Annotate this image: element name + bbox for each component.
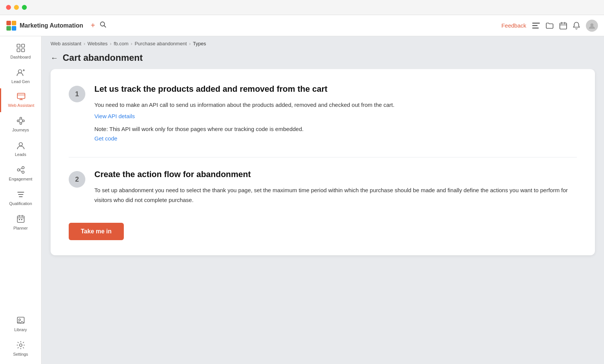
sidebar-item-dashboard[interactable]: Dashboard <box>0 39 41 64</box>
sidebar-item-settings[interactable]: Settings <box>0 336 41 361</box>
minimize-button[interactable] <box>14 5 19 10</box>
breadcrumb: Web assistant › Websites › fb.com › Purc… <box>42 36 604 49</box>
web-assistant-icon <box>17 93 25 102</box>
add-button[interactable]: + <box>91 21 95 30</box>
bell-icon-button[interactable] <box>573 22 580 29</box>
take-me-in-button[interactable]: Take me in <box>69 223 124 240</box>
svg-rect-8 <box>532 28 539 29</box>
breadcrumb-sep-3: › <box>131 41 132 46</box>
title-bar <box>0 0 604 15</box>
svg-rect-6 <box>532 23 540 24</box>
svg-rect-2 <box>6 26 11 31</box>
svg-line-5 <box>104 26 106 28</box>
step-1-title: Let us track the products added and remo… <box>94 84 577 94</box>
svg-rect-9 <box>560 23 567 29</box>
svg-rect-7 <box>532 25 538 26</box>
settings-icon <box>17 341 25 350</box>
sidebar-item-planner[interactable]: Planner <box>0 210 41 235</box>
svg-rect-17 <box>22 49 25 52</box>
svg-point-36 <box>22 171 24 173</box>
svg-rect-15 <box>22 44 25 47</box>
sidebar-item-qualification[interactable]: Qualification <box>0 186 41 210</box>
maximize-button[interactable] <box>22 5 27 10</box>
sidebar-label-library: Library <box>14 327 27 332</box>
breadcrumb-websites[interactable]: Websites <box>88 41 108 46</box>
svg-rect-43 <box>19 219 20 220</box>
sidebar: Dashboard Lead Gen Web Assistant Journey… <box>0 36 42 364</box>
svg-line-38 <box>20 170 22 172</box>
engagement-icon <box>17 166 25 175</box>
svg-point-13 <box>590 23 593 26</box>
svg-rect-1 <box>12 21 16 25</box>
lead-gen-icon <box>17 68 25 78</box>
leads-icon <box>17 141 25 151</box>
journeys-icon <box>17 117 25 126</box>
dashboard-icon <box>17 44 25 53</box>
card-container: 1 Let us track the products added and re… <box>42 69 604 364</box>
folder-icon-button[interactable] <box>546 22 553 29</box>
breadcrumb-sep-1: › <box>83 41 85 46</box>
view-api-details-link[interactable]: View API details <box>94 113 135 119</box>
step-1-content: Let us track the products added and remo… <box>94 84 577 142</box>
svg-rect-0 <box>6 21 11 25</box>
back-button[interactable]: ← <box>51 54 58 62</box>
svg-point-46 <box>18 319 20 321</box>
breadcrumb-types: Types <box>193 41 206 46</box>
get-code-link[interactable]: Get code <box>94 135 117 142</box>
svg-rect-3 <box>12 26 16 31</box>
sidebar-item-library[interactable]: Library <box>0 312 41 336</box>
svg-point-33 <box>19 143 22 146</box>
main-content: Web assistant › Websites › fb.com › Purc… <box>42 36 604 364</box>
svg-line-37 <box>20 168 22 170</box>
sidebar-bottom: Library Settings <box>0 312 41 361</box>
step-2-content: Create the action flow for abandonment T… <box>94 170 577 208</box>
header-actions-left: + <box>91 21 106 30</box>
sidebar-item-lead-gen[interactable]: Lead Gen <box>0 64 41 88</box>
feedback-link[interactable]: Feedback <box>501 22 526 29</box>
sidebar-item-journeys[interactable]: Journeys <box>0 112 41 137</box>
breadcrumb-fbcom[interactable]: fb.com <box>114 41 128 46</box>
svg-point-27 <box>22 120 24 122</box>
svg-rect-39 <box>17 216 24 222</box>
svg-rect-16 <box>17 49 20 52</box>
step-1-number: 1 <box>69 86 85 102</box>
planner-icon <box>17 215 25 224</box>
avatar[interactable] <box>586 20 598 32</box>
breadcrumb-web-assistant[interactable]: Web assistant <box>51 41 81 46</box>
step-divider <box>69 157 577 157</box>
calendar-icon-button[interactable] <box>559 22 567 29</box>
svg-point-26 <box>20 117 22 119</box>
close-button[interactable] <box>6 5 11 10</box>
svg-rect-14 <box>17 44 20 47</box>
svg-point-18 <box>18 70 22 73</box>
sidebar-item-engagement[interactable]: Engagement <box>0 161 41 186</box>
sidebar-label-planner: Planner <box>14 226 28 230</box>
step-2-body: To set up abandonment you need to select… <box>94 185 577 205</box>
app-title: Marketing Automation <box>20 22 83 29</box>
step-2-title: Create the action flow for abandonment <box>94 170 577 179</box>
svg-line-32 <box>19 122 20 123</box>
search-button[interactable] <box>100 21 106 30</box>
sidebar-item-web-assistant[interactable]: Web Assistant <box>0 88 41 112</box>
sidebar-label-engagement: Engagement <box>9 177 32 181</box>
sidebar-label-leads: Leads <box>15 152 26 157</box>
sidebar-label-lead-gen: Lead Gen <box>11 79 29 84</box>
sidebar-label-settings: Settings <box>13 352 28 356</box>
step-1-section: 1 Let us track the products added and re… <box>69 84 577 142</box>
svg-point-28 <box>20 123 22 125</box>
header-actions-right: Feedback <box>501 20 598 32</box>
breadcrumb-sep-2: › <box>110 41 111 46</box>
qualification-icon <box>17 190 25 200</box>
step-1-body: You need to make an API call to send us … <box>94 100 577 110</box>
svg-point-35 <box>22 167 24 169</box>
sidebar-label-dashboard: Dashboard <box>11 55 31 59</box>
svg-rect-21 <box>17 93 25 99</box>
step-2-section: 2 Create the action flow for abandonment… <box>69 170 577 208</box>
page-header: ← Cart abandonment <box>42 49 604 69</box>
sidebar-item-leads[interactable]: Leads <box>0 137 41 161</box>
step-1-note: Note: This API will work only for those … <box>94 124 577 134</box>
window-controls <box>6 5 27 10</box>
app-body: Dashboard Lead Gen Web Assistant Journey… <box>0 36 604 364</box>
breadcrumb-purchase-abandonment[interactable]: Purchase abandonment <box>135 41 187 46</box>
list-icon-button[interactable] <box>532 22 540 29</box>
